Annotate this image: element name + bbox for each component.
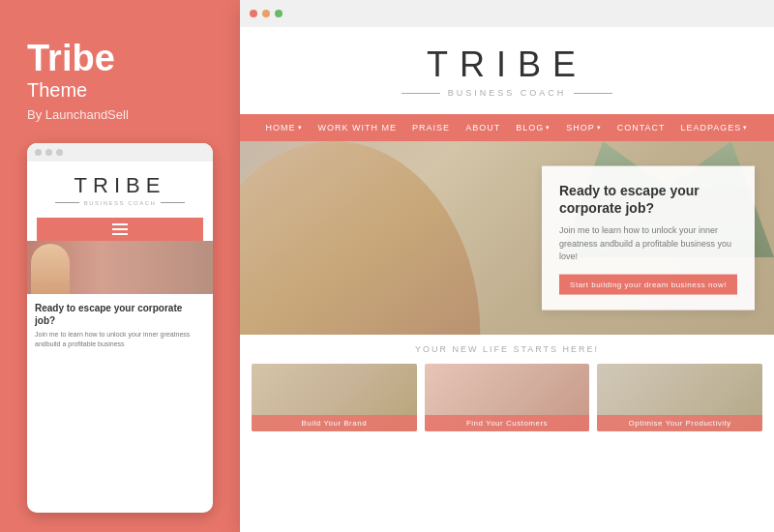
nav-shop[interactable]: SHOP ▾ xyxy=(558,121,610,134)
mobile-hero-person xyxy=(31,244,70,294)
card2-label: Find Your Customers xyxy=(425,415,590,431)
card1-label: Build Your Brand xyxy=(252,415,417,431)
divider-right xyxy=(574,93,612,94)
dot2 xyxy=(45,149,52,156)
desktop-browser-bar xyxy=(240,0,774,27)
mobile-logo: TRIBE BUSINESS COACH xyxy=(55,173,186,208)
feature-card-3[interactable]: Optimise Your Productivity xyxy=(597,364,762,431)
divider-left xyxy=(55,202,79,203)
mobile-site-content: TRIBE BUSINESS COACH xyxy=(27,162,213,241)
nav-about[interactable]: ABOUT xyxy=(458,121,508,134)
website-logo: TRIBE BUSINESS COACH xyxy=(240,44,774,98)
dot3 xyxy=(56,149,63,156)
mobile-cta: Ready to escape your corporate job? Join… xyxy=(27,294,213,357)
nav-home-chevron: ▾ xyxy=(298,124,303,132)
hamburger-line1 xyxy=(112,223,128,225)
hero-cta-box: Ready to escape your corporate job? Join… xyxy=(542,166,755,310)
feature-card-1[interactable]: Build Your Brand xyxy=(252,364,417,431)
feature-card-2[interactable]: Find Your Customers xyxy=(425,364,590,431)
card3-label: Optimise Your Productivity xyxy=(597,415,762,431)
website-nav: HOME ▾ WORK WITH ME PRAISE ABOUT BLOG ▾ … xyxy=(240,114,774,141)
nav-leadpages[interactable]: LEADPAGES ▾ xyxy=(673,121,757,134)
hamburger-line2 xyxy=(112,228,128,230)
desktop-dot2 xyxy=(262,10,270,17)
website-header: TRIBE BUSINESS COACH xyxy=(240,27,774,114)
nav-leadpages-chevron: ▾ xyxy=(743,124,748,132)
nav-praise[interactable]: PRAISE xyxy=(404,121,458,134)
theme-title: Tribe Theme xyxy=(27,39,213,107)
nav-workwithme[interactable]: WORK WITH ME xyxy=(311,121,405,134)
left-panel: Tribe Theme By LaunchandSell TRIBE BUSIN… xyxy=(0,0,240,532)
desktop-dot3 xyxy=(275,10,283,17)
logo-divider: BUSINESS COACH xyxy=(55,200,186,206)
byline: By LaunchandSell xyxy=(27,107,213,122)
hero-cta-text: Join me to learn how to unlock your inne… xyxy=(559,224,737,264)
hero-section: Ready to escape your corporate job? Join… xyxy=(240,141,774,335)
desktop-dot1 xyxy=(250,10,257,17)
feature-cards: Build Your Brand Find Your Customers Opt… xyxy=(252,364,762,431)
hamburger-line3 xyxy=(112,233,128,235)
bottom-section: YOUR NEW LIFE STARTS HERE! Build Your Br… xyxy=(240,335,774,443)
divider-left xyxy=(402,93,440,94)
hamburger-icon xyxy=(112,223,128,235)
nav-contact[interactable]: CONTACT xyxy=(610,121,673,134)
nav-blog-chevron: ▾ xyxy=(546,124,551,132)
website-logo-divider: BUSINESS COACH xyxy=(240,88,774,98)
hero-cta-title: Ready to escape your corporate job? xyxy=(559,182,737,217)
right-panel: TRIBE BUSINESS COACH HOME ▾ WORK WITH ME… xyxy=(240,0,774,532)
desktop-browser: TRIBE BUSINESS COACH HOME ▾ WORK WITH ME… xyxy=(240,0,774,532)
mobile-nav[interactable] xyxy=(37,218,203,241)
nav-blog[interactable]: BLOG ▾ xyxy=(508,121,558,134)
hero-cta-button[interactable]: Start building your dream business now! xyxy=(559,274,737,294)
nav-shop-chevron: ▾ xyxy=(597,124,602,132)
mobile-browser-bar xyxy=(27,143,213,162)
dot1 xyxy=(35,149,42,156)
divider-right xyxy=(161,202,185,203)
bottom-tagline: YOUR NEW LIFE STARTS HERE! xyxy=(252,344,762,354)
mobile-hero-image xyxy=(27,241,213,294)
mobile-preview: TRIBE BUSINESS COACH Ready to escape you… xyxy=(27,143,213,513)
nav-home[interactable]: HOME ▾ xyxy=(258,121,311,134)
